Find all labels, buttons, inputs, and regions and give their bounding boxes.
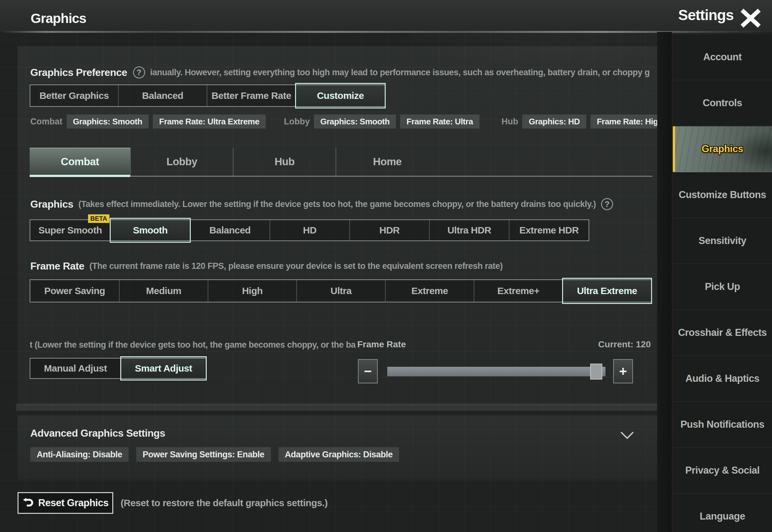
preference-option-better-graphics[interactable]: Better Graphics [30,85,118,106]
tab-home[interactable]: Home [336,148,438,176]
undo-icon [22,498,34,508]
close-icon[interactable] [739,8,762,28]
advanced-title: Advanced Graphics Settings [30,427,165,439]
settings-title: Settings [678,6,733,24]
sidebar-item-customize-buttons[interactable]: Customize Buttons [673,172,772,218]
slider-label: Frame Rate [357,339,406,350]
framerate-option-extreme-plus[interactable]: Extreme+ [474,280,562,302]
summary-combat-label: Combat [30,117,63,127]
frame-rate-group: Power Saving Medium High Ultra Extreme E… [30,279,652,302]
tag-anti-aliasing: Anti-Aliasing: Disable [30,447,129,462]
reset-hint: (Reset to restore the default graphics s… [121,498,328,508]
graphics-quality-hint: (Takes effect immediately. Lower the set… [78,199,596,209]
summary-lobby-label: Lobby [284,117,310,127]
sidebar-item-pick-up[interactable]: Pick Up [673,264,772,310]
graphics-quality-row: Graphics (Takes effect immediately. Lowe… [30,196,613,212]
adjust-hint: t (Lower the setting if the device gets … [30,340,356,350]
help-icon[interactable]: ? [601,198,613,210]
quality-option-hd[interactable]: HD [270,220,349,240]
frame-rate-slider-track[interactable] [387,367,605,376]
active-indicator [673,126,675,172]
summary-lobby-graphics-chip: Graphics: Smooth [314,115,396,129]
top-band [0,0,772,32]
question-mark: ? [137,68,141,77]
quality-option-ultra-hdr[interactable]: Ultra HDR [429,220,509,240]
chevron-down-icon[interactable] [620,431,635,440]
frame-rate-hint: (The current frame rate is 120 FPS, plea… [89,261,503,271]
summary-hub-graphics-chip: Graphics: HD [522,115,586,129]
sidebar-item-controls[interactable]: Controls [673,80,772,126]
preference-option-better-frame-rate[interactable]: Better Frame Rate [207,85,295,106]
torn-divider [0,31,772,33]
framerate-option-ultra[interactable]: Ultra [296,280,385,302]
minus-icon: − [364,364,372,379]
graphics-preference-label: Graphics Preference [30,67,127,78]
sidebar-item-language[interactable]: Language [673,494,772,532]
summary-combat-framerate-chip: Frame Rate: Ultra Extreme [153,115,266,129]
sidebar-item-privacy-social[interactable]: Privacy & Social [673,448,772,494]
frame-rate-row: Frame Rate (The current frame rate is 12… [30,258,503,274]
quality-option-balanced[interactable]: Balanced [190,220,270,240]
graphics-settings-screen: Graphics Graphics Preference ? ianually.… [0,0,772,532]
summary-hub: Hub Graphics: HD Frame Rate: High [501,114,669,129]
summary-hub-label: Hub [501,117,518,127]
panel-separator [16,404,657,411]
preference-marquee-text: ianually. However, setting everything to… [150,68,650,77]
preference-option-customize[interactable]: Customize [295,85,385,106]
framerate-option-power-saving[interactable]: Power Saving [30,280,119,302]
graphics-preference-row: Graphics Preference ? ianually. However,… [30,65,653,80]
summary-lobby-framerate-chip: Frame Rate: Ultra [400,115,479,129]
reset-graphics-button[interactable]: Reset Graphics [18,492,113,514]
page-title: Graphics [31,11,86,26]
beta-badge: BETA [88,214,109,223]
advanced-tags-row: Anti-Aliasing: Disable Power Saving Sett… [30,447,399,462]
quality-option-smooth[interactable]: Smooth [110,220,190,240]
graphics-quality-label: Graphics [30,198,73,210]
framerate-option-high[interactable]: High [208,280,296,302]
preference-marquee: ianually. However, setting everything to… [150,68,653,78]
settings-sidebar: Account Controls Graphics Customize Butt… [672,34,772,532]
summary-combat-graphics-chip: Graphics: Smooth [67,115,149,129]
sidebar-item-graphics[interactable]: Graphics [673,126,772,172]
quality-option-super-smooth[interactable]: Super Smooth BETA [30,220,110,240]
frame-rate-slider-thumb[interactable] [590,364,602,380]
summary-combat: Combat Graphics: Smooth Frame Rate: Ultr… [30,114,266,129]
preference-option-balanced[interactable]: Balanced [118,85,207,106]
tag-power-saving: Power Saving Settings: Enable [136,447,271,462]
tag-adaptive-graphics: Adaptive Graphics: Disable [278,447,399,462]
slider-increase-button[interactable]: + [613,359,633,383]
scene-tabs: Combat Lobby Hub Home [30,148,652,176]
current-frame-rate: Current: 120 [542,339,651,350]
graphics-quality-group: Super Smooth BETA Smooth Balanced HD HDR… [30,219,589,241]
tab-lobby[interactable]: Lobby [130,148,233,176]
framerate-option-medium[interactable]: Medium [119,280,208,302]
frame-rate-label: Frame Rate [30,260,84,272]
adjust-option-manual[interactable]: Manual Adjust [30,358,121,378]
tab-combat[interactable]: Combat [30,148,130,176]
reset-button-label: Reset Graphics [38,497,108,509]
framerate-option-extreme[interactable]: Extreme [385,280,474,302]
sidebar-item-account[interactable]: Account [673,34,772,80]
quality-option-hdr[interactable]: HDR [349,220,429,240]
quality-option-label: Super Smooth [38,225,102,236]
tab-hub[interactable]: Hub [233,148,336,176]
adjust-option-smart[interactable]: Smart Adjust [121,358,206,378]
sidebar-item-audio-haptics[interactable]: Audio & Haptics [673,356,772,402]
sidebar-item-push-notifications[interactable]: Push Notifications [673,402,772,448]
slider-decrease-button[interactable]: − [358,359,378,383]
plus-icon: + [619,364,627,379]
sidebar-item-label: Graphics [701,143,743,155]
help-icon[interactable]: ? [133,66,145,78]
summary-lobby: Lobby Graphics: Smooth Frame Rate: Ultra [284,114,479,129]
sidebar-gap [657,32,672,532]
preference-options-group: Better Graphics Balanced Better Frame Ra… [30,85,385,107]
sidebar-item-sensitivity[interactable]: Sensitivity [673,218,772,264]
framerate-option-ultra-extreme[interactable]: Ultra Extreme [562,280,651,302]
sidebar-item-crosshair-effects[interactable]: Crosshair & Effects [673,310,772,356]
quality-option-extreme-hdr[interactable]: Extreme HDR [509,220,589,240]
adjust-mode-group: Manual Adjust Smart Adjust [30,358,206,379]
question-mark: ? [605,200,609,209]
